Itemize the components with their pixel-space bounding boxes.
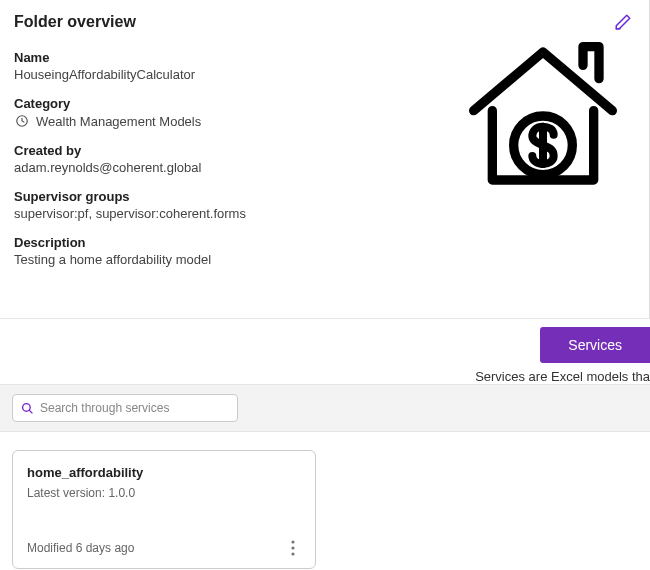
edit-button[interactable] (611, 10, 635, 34)
tab-row: Services Services are Excel models tha (0, 318, 650, 384)
svg-point-6 (291, 552, 294, 555)
field-category: Category Wealth Management Models (14, 96, 334, 129)
supervisor-label: Supervisor groups (14, 189, 334, 204)
service-title: home_affordability (27, 465, 301, 480)
createdby-label: Created by (14, 143, 334, 158)
category-label: Category (14, 96, 334, 111)
name-label: Name (14, 50, 334, 65)
service-menu-button[interactable] (285, 538, 301, 558)
pencil-icon (614, 13, 632, 31)
field-createdby: Created by adam.reynolds@coherent.global (14, 143, 334, 175)
field-supervisor: Supervisor groups supervisor:pf, supervi… (14, 189, 334, 221)
folder-image (463, 36, 623, 196)
svg-line-3 (29, 410, 32, 413)
services-list: home_affordability Latest version: 1.0.0… (0, 432, 650, 570)
field-description: Description Testing a home affordability… (14, 235, 334, 267)
description-value: Testing a home affordability model (14, 252, 334, 267)
service-version: Latest version: 1.0.0 (27, 486, 301, 500)
svg-point-2 (23, 403, 31, 411)
service-modified: Modified 6 days ago (27, 541, 134, 555)
field-name: Name HouseingAffordabilityCalculator (14, 50, 334, 82)
kebab-icon (291, 540, 295, 556)
svg-point-5 (291, 546, 294, 549)
page-title: Folder overview (14, 13, 136, 31)
search-area (0, 384, 650, 432)
tab-services[interactable]: Services (540, 327, 650, 363)
tab-services-description: Services are Excel models tha (475, 369, 650, 384)
overview-header: Folder overview (14, 10, 635, 34)
search-wrapper[interactable] (12, 394, 238, 422)
search-input[interactable] (40, 401, 229, 415)
svg-point-4 (291, 540, 294, 543)
category-icon (14, 113, 30, 129)
name-value: HouseingAffordabilityCalculator (14, 67, 334, 82)
category-value: Wealth Management Models (14, 113, 334, 129)
search-icon (21, 402, 34, 415)
service-footer: Modified 6 days ago (27, 538, 301, 558)
folder-overview-panel: Folder overview Name HouseingAffordabili… (0, 0, 650, 318)
createdby-value: adam.reynolds@coherent.global (14, 160, 334, 175)
supervisor-value: supervisor:pf, supervisor:coherent.forms (14, 206, 334, 221)
description-label: Description (14, 235, 334, 250)
house-dollar-icon (463, 36, 623, 196)
fields-list: Name HouseingAffordabilityCalculator Cat… (14, 50, 334, 267)
service-card[interactable]: home_affordability Latest version: 1.0.0… (12, 450, 316, 569)
category-text: Wealth Management Models (36, 114, 201, 129)
